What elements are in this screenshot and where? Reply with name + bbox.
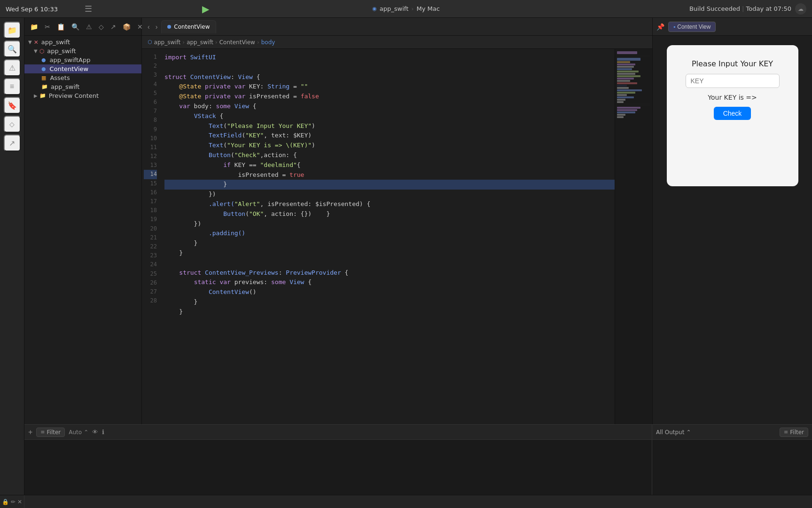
code-line: @State private var KEY: String = "" <box>164 82 615 92</box>
breadcrumb: ⬡ app_swift › app_swift › ContentView › … <box>142 36 652 49</box>
output-content <box>652 440 812 495</box>
code-line: VStack { <box>164 111 615 121</box>
add-file-btn[interactable]: + <box>28 428 32 437</box>
active-file-label: app_swift <box>380 5 408 12</box>
preview-tab-label: Content View <box>677 24 710 30</box>
code-line: .alert("Alert", isPresented: $isPresente… <box>164 199 615 209</box>
folder-icon-btn[interactable]: 📁 <box>4 22 21 39</box>
titlebar: Wed Sep 6 10:33 ☰ ▶ ◉ app_swift › My Mac… <box>0 0 812 18</box>
package-btn[interactable]: 📦 <box>121 22 133 32</box>
auto-dropdown[interactable]: Auto ⌃ <box>69 429 88 436</box>
preview-key-output: Your KEY is => <box>708 94 757 101</box>
all-output-dropdown[interactable]: All Output ⌃ <box>656 429 691 436</box>
tree-item-preview-content[interactable]: ▶ 📁 Preview Content <box>24 91 141 100</box>
nav-back-btn[interactable]: ‹ <box>146 22 152 32</box>
code-line: }) <box>164 190 615 199</box>
breadcrumb-app-swift1[interactable]: app_swift <box>154 39 181 46</box>
code-line: Text("Your KEY is => \(KEY)") <box>164 141 615 151</box>
preview-key-input[interactable] <box>686 74 780 88</box>
code-line: Button("Check",action: { <box>164 151 615 160</box>
eye-btn[interactable]: 👁 <box>92 429 98 436</box>
code-line: if KEY == "deelmind"{ <box>164 160 615 170</box>
code-line: static var previews: some View { <box>164 278 615 287</box>
code-line: isPresented = true <box>164 170 615 180</box>
debug-panel: + ≡ Filter Auto ⌃ 👁 ℹ <box>24 425 652 495</box>
code-line <box>164 258 615 268</box>
code-line: ContentView() <box>164 287 615 297</box>
code-line: } <box>164 297 615 307</box>
debug-content <box>24 440 652 495</box>
all-output-label: All Output <box>656 429 684 436</box>
preview-check-button[interactable]: Check <box>714 107 751 120</box>
file-tree-toolbar: 📁 ✂ 📋 🔍 ⚠ ◇ ↗ 📦 ✕ <box>24 18 141 36</box>
share-tree-btn[interactable]: ↗ <box>109 22 118 32</box>
preview-pin-button[interactable]: 📌 <box>656 23 664 31</box>
code-line: Button("OK", action: {}) } <box>164 209 615 219</box>
tree-item-app-swift-app[interactable]: ● app_swiftApp <box>24 56 141 64</box>
output-panel: All Output ⌃ ≡ Filter <box>652 425 812 495</box>
breadcrumb-body[interactable]: body <box>261 39 275 46</box>
edit-icon-btn[interactable]: ✏ <box>11 499 16 505</box>
output-filter-label: Filter <box>790 429 804 436</box>
find-btn[interactable]: 🔍 <box>70 22 81 32</box>
preview-toolbar: 📌 ▪ Content View <box>653 18 812 36</box>
code-line: } <box>164 248 615 258</box>
filter-input-container[interactable]: ≡ Filter <box>36 428 65 437</box>
run-button[interactable]: ▶ <box>202 3 209 15</box>
code-line: } <box>164 238 615 248</box>
breadcrumb-content-view[interactable]: ContentView <box>219 39 255 46</box>
tree-item-content-view[interactable]: ● ContentView <box>24 64 141 73</box>
tree-item-app-swift-root[interactable]: ▼ ✕ app_swift <box>24 38 141 47</box>
tab-icon: ◉ <box>372 6 377 12</box>
preview-app-view: Please Input Your KEY Your KEY is => Che… <box>667 45 798 186</box>
sidebar-icons: 📁 🔍 ⚠ ≡ 🔖 ◇ ↗ <box>0 18 24 508</box>
editor-tabs: ‹ › ContentView <box>142 18 652 36</box>
preview-content: Please Input Your KEY Your KEY is => Che… <box>653 36 812 485</box>
code-line: } <box>164 307 615 317</box>
output-filter-icon: ≡ <box>784 429 788 435</box>
code-line <box>164 317 615 327</box>
diamond-btn[interactable]: ◇ <box>97 22 106 32</box>
warning-tree-btn[interactable]: ⚠ <box>84 22 94 32</box>
filter-icon-small: ≡ <box>40 429 45 435</box>
sidebar-toggle-button[interactable]: ☰ <box>85 4 92 14</box>
copy-btn[interactable]: 📋 <box>55 22 67 32</box>
tab-content-view[interactable]: ContentView <box>161 20 216 33</box>
preview-app-title: Please Input Your KEY <box>692 59 773 68</box>
code-line: TextField("KEY", text: $KEY) <box>164 131 615 141</box>
code-line: Text("Please Input Your KEY") <box>164 121 615 131</box>
breadcrumb-icon: ⬡ <box>148 39 152 45</box>
code-line: struct ContentView_Previews: PreviewProv… <box>164 268 615 278</box>
code-line: }) <box>164 219 615 229</box>
tab-label: ContentView <box>174 24 210 30</box>
git-icon-btn[interactable]: ◇ <box>4 116 21 133</box>
code-line: } <box>164 180 615 190</box>
new-file-btn[interactable]: 📁 <box>28 22 40 32</box>
cut-btn[interactable]: ✂ <box>43 22 52 32</box>
tab-dot <box>167 25 171 29</box>
info-btn-debug[interactable]: ℹ <box>102 429 104 436</box>
output-dropdown-arrow: ⌃ <box>686 429 691 436</box>
filter-icon-btn[interactable]: ≡ <box>4 78 21 95</box>
code-line: var body: some View { <box>164 102 615 111</box>
close-icon-btn[interactable]: ✕ <box>17 499 22 505</box>
output-filter-input[interactable]: ≡ Filter <box>780 428 808 437</box>
dropdown-arrow: ⌃ <box>84 429 88 436</box>
tree-item-app-swift[interactable]: ▼ ⬡ app_swift <box>24 47 141 56</box>
tree-item-app-swift-folder[interactable]: 📁 app_swift <box>24 82 141 91</box>
warning-icon-btn[interactable]: ⚠ <box>4 59 21 76</box>
bookmark-icon-btn[interactable]: 🔖 <box>4 97 21 114</box>
search-icon-btn[interactable]: 🔍 <box>4 40 21 57</box>
datetime-label: Wed Sep 6 10:33 <box>6 5 58 12</box>
preview-tab-button[interactable]: ▪ Content View <box>668 22 716 32</box>
share-icon-btn[interactable]: ↗ <box>4 135 21 151</box>
preview-view-icon: ▪ <box>673 24 675 30</box>
nav-forward-btn[interactable]: › <box>154 22 160 32</box>
bottom-panels: + ≡ Filter Auto ⌃ 👁 ℹ All Output ⌃ ≡ Fil… <box>24 424 812 495</box>
tree-item-assets[interactable]: ▦ Assets <box>24 73 141 82</box>
breadcrumb-app-swift2[interactable]: app_swift <box>187 39 213 46</box>
code-line: @State private var isPresented = false <box>164 92 615 102</box>
code-line: struct ContentView: View { <box>164 72 615 82</box>
lock-icon-btn[interactable]: 🔒 <box>2 499 9 505</box>
status-bar-left: 🔒 ✏ ✕ <box>0 495 24 508</box>
